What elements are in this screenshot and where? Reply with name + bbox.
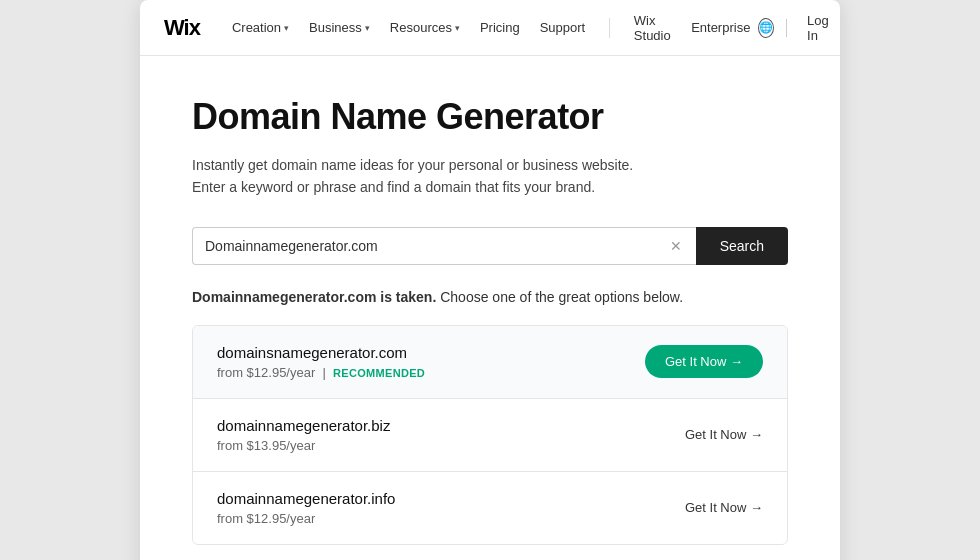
globe-icon[interactable]: 🌐 — [758, 18, 774, 38]
nav-support-label: Support — [540, 20, 586, 35]
page-title: Domain Name Generator — [192, 96, 788, 138]
nav-business-label: Business — [309, 20, 362, 35]
nav-resources-chevron-icon: ▾ — [455, 23, 460, 33]
result-info-2: domainnamegenerator.biz from $13.95/year — [217, 417, 390, 453]
result-item-1: domainsnamegenerator.com from $12.95/yea… — [193, 326, 787, 399]
result-item-2: domainnamegenerator.biz from $13.95/year… — [193, 399, 787, 472]
nav-divider-1 — [609, 18, 610, 38]
browser-window: Wix Creation ▾ Business ▾ Resources ▾ Pr… — [140, 0, 840, 560]
nav-business[interactable]: Business ▾ — [301, 14, 378, 41]
get-it-now-button-1[interactable]: Get It Now → — [645, 345, 763, 378]
search-clear-icon[interactable]: ✕ — [668, 236, 684, 256]
nav-wix-studio-label: Wix Studio — [634, 13, 671, 43]
main-content: Domain Name Generator Instantly get doma… — [140, 56, 840, 560]
result-info-1: domainsnamegenerator.com from $12.95/yea… — [217, 344, 425, 380]
search-bar: ✕ Search — [192, 227, 788, 265]
result-price-1: from $12.95/year | RECOMMENDED — [217, 365, 425, 380]
nav-enterprise[interactable]: Enterprise — [683, 14, 758, 41]
nav-pricing-label: Pricing — [480, 20, 520, 35]
result-price-2: from $13.95/year — [217, 438, 390, 453]
get-it-now-button-3[interactable]: Get It Now → — [685, 500, 763, 515]
subtitle-line2: Enter a keyword or phrase and find a dom… — [192, 179, 595, 195]
nav-pricing[interactable]: Pricing — [472, 14, 528, 41]
nav-creation[interactable]: Creation ▾ — [224, 14, 297, 41]
nav-right: 🌐 Log In Get Started — [758, 6, 840, 50]
nav-resources-label: Resources — [390, 20, 452, 35]
result-domain-1: domainsnamegenerator.com — [217, 344, 425, 361]
nav-wix-studio[interactable]: Wix Studio — [626, 7, 679, 49]
page-subtitle: Instantly get domain name ideas for your… — [192, 154, 788, 199]
subtitle-line1: Instantly get domain name ideas for your… — [192, 157, 633, 173]
search-button[interactable]: Search — [696, 227, 788, 265]
taken-message-rest: Choose one of the great options below. — [436, 289, 683, 305]
result-price-3: from $12.95/year — [217, 511, 395, 526]
nav-support[interactable]: Support — [532, 14, 594, 41]
nav-creation-label: Creation — [232, 20, 281, 35]
nav-business-chevron-icon: ▾ — [365, 23, 370, 33]
search-input[interactable] — [205, 228, 668, 264]
result-item-3: domainnamegenerator.info from $12.95/yea… — [193, 472, 787, 544]
wix-logo: Wix — [164, 15, 200, 41]
nav-enterprise-label: Enterprise — [691, 20, 750, 35]
recommended-badge-1: RECOMMENDED — [333, 367, 425, 379]
result-domain-3: domainnamegenerator.info — [217, 490, 395, 507]
login-link[interactable]: Log In — [799, 7, 839, 49]
nav-resources[interactable]: Resources ▾ — [382, 14, 468, 41]
results-list: domainsnamegenerator.com from $12.95/yea… — [192, 325, 788, 545]
nav-items: Creation ▾ Business ▾ Resources ▾ Pricin… — [224, 7, 758, 49]
navbar: Wix Creation ▾ Business ▾ Resources ▾ Pr… — [140, 0, 840, 56]
search-input-wrapper: ✕ — [192, 227, 696, 265]
nav-divider-2 — [786, 19, 787, 37]
get-it-now-button-2[interactable]: Get It Now → — [685, 427, 763, 442]
nav-creation-chevron-icon: ▾ — [284, 23, 289, 33]
result-info-3: domainnamegenerator.info from $12.95/yea… — [217, 490, 395, 526]
taken-domain-bold: Domainnamegenerator.com is taken. — [192, 289, 436, 305]
taken-message: Domainnamegenerator.com is taken. Choose… — [192, 289, 788, 305]
result-domain-2: domainnamegenerator.biz — [217, 417, 390, 434]
result-price-text-1: from $12.95/year — [217, 365, 315, 380]
